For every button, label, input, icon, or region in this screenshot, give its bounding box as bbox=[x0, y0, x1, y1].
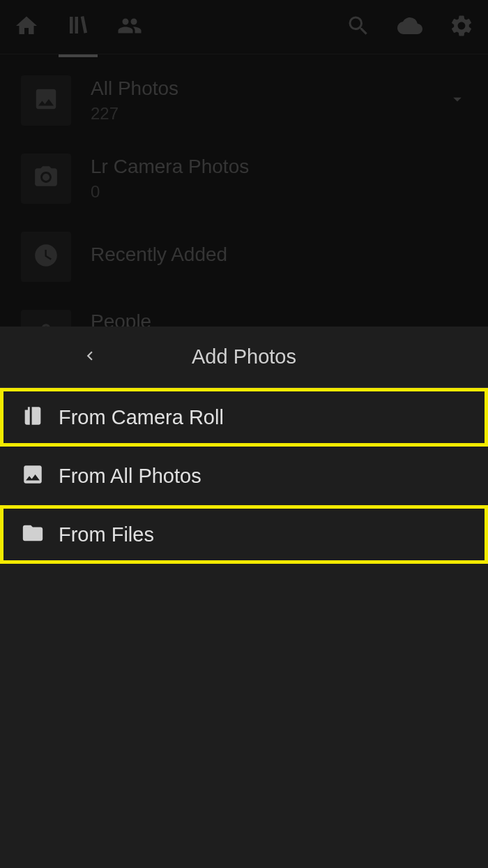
top-toolbar bbox=[0, 0, 488, 54]
home-icon[interactable] bbox=[14, 13, 39, 41]
library-icon[interactable] bbox=[66, 13, 91, 42]
library-item-title: Lr Camera Photos bbox=[91, 156, 467, 178]
library-item-all-photos[interactable]: All Photos 227 bbox=[21, 75, 467, 126]
cloud-icon[interactable] bbox=[397, 13, 422, 41]
sheet-item-label: From All Photos bbox=[59, 465, 201, 488]
library-item-title: All Photos bbox=[91, 77, 448, 100]
library-item-lr-camera[interactable]: Lr Camera Photos 0 bbox=[21, 154, 467, 204]
library-item-recently-added[interactable]: Recently Added bbox=[21, 232, 467, 282]
people-icon[interactable] bbox=[117, 13, 142, 41]
from-files-button[interactable]: From Files bbox=[0, 505, 488, 564]
camera-roll-icon bbox=[21, 404, 59, 431]
sheet-title: Add Photos bbox=[0, 345, 488, 368]
from-camera-roll-button[interactable]: From Camera Roll bbox=[0, 388, 488, 447]
camera-icon bbox=[33, 164, 59, 193]
back-button[interactable] bbox=[81, 347, 99, 368]
library-item-count: 227 bbox=[91, 104, 448, 124]
image-icon bbox=[21, 463, 59, 489]
gear-icon[interactable] bbox=[449, 13, 474, 41]
add-photos-sheet: Add Photos From Camera Roll From All Pho… bbox=[0, 327, 488, 868]
image-icon bbox=[33, 86, 59, 115]
folder-icon bbox=[21, 521, 59, 548]
library-list: All Photos 227 Lr Camera Photos 0 bbox=[0, 54, 488, 359]
library-item-count: 0 bbox=[91, 182, 467, 202]
sheet-item-label: From Camera Roll bbox=[59, 406, 224, 429]
library-item-title: Recently Added bbox=[91, 244, 467, 266]
sheet-item-label: From Files bbox=[59, 523, 154, 546]
from-all-photos-button[interactable]: From All Photos bbox=[0, 447, 488, 505]
sheet-header: Add Photos bbox=[0, 327, 488, 388]
clock-icon bbox=[33, 242, 59, 271]
chevron-down-icon[interactable] bbox=[448, 89, 467, 112]
search-icon[interactable] bbox=[346, 13, 371, 41]
